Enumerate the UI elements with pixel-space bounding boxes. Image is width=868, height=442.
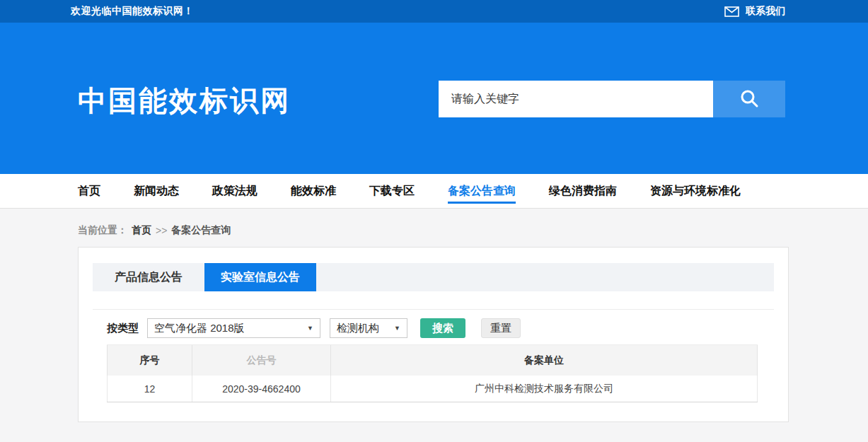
- tab-lab-info[interactable]: 实验室信息公告: [204, 263, 316, 291]
- nav-item-record-query[interactable]: 备案公告查询: [448, 174, 516, 208]
- query-panel: 产品信息公告 实验室信息公告 按类型 空气净化器 2018版 ▼ 检测机构 ▼ …: [78, 247, 789, 422]
- table-row: 12 2020-39-4662400 广州中科检测技术服务有限公司: [107, 376, 758, 402]
- search-input[interactable]: [439, 81, 713, 117]
- header-announcement-no: 公告号: [192, 345, 330, 376]
- nav-item-downloads[interactable]: 下载专区: [369, 174, 415, 208]
- search-button[interactable]: [713, 81, 785, 117]
- cell-serial: 12: [107, 376, 192, 402]
- tab-product-info[interactable]: 产品信息公告: [93, 263, 204, 291]
- welcome-text: 欢迎光临中国能效标识网！: [71, 5, 194, 18]
- topbar: 欢迎光临中国能效标识网！ 联系我们: [0, 0, 868, 23]
- org-select[interactable]: 检测机构 ▼: [330, 318, 407, 338]
- nav-item-home[interactable]: 首页: [78, 174, 100, 208]
- filter-row: 按类型 空气净化器 2018版 ▼ 检测机构 ▼ 搜索 重置: [107, 318, 774, 338]
- chevron-down-icon: ▼: [307, 325, 313, 332]
- tab-bar: 产品信息公告 实验室信息公告: [93, 263, 774, 291]
- chevron-down-icon: ▼: [394, 325, 400, 332]
- envelope-icon: [724, 6, 739, 17]
- type-select[interactable]: 空气净化器 2018版 ▼: [147, 318, 320, 338]
- org-select-value: 检测机构: [337, 322, 379, 335]
- site-header: 中国能效标识网: [0, 23, 868, 174]
- cell-announcement-no: 2020-39-4662400: [192, 376, 330, 402]
- breadcrumb-separator: >>: [156, 225, 167, 236]
- cell-record-unit: 广州中科检测技术服务有限公司: [330, 376, 758, 402]
- nav-item-resources-env[interactable]: 资源与环境标准化: [650, 174, 741, 208]
- table-header-row: 序号 公告号 备案单位: [107, 344, 758, 376]
- nav-item-standards[interactable]: 能效标准: [291, 174, 336, 208]
- main-nav: 首页 新闻动态 政策法规 能效标准 下载专区 备案公告查询 绿色消费指南 资源与…: [0, 174, 868, 209]
- header-record-unit: 备案单位: [330, 345, 758, 376]
- filter-type-label: 按类型: [107, 322, 139, 335]
- breadcrumb-current: 备案公告查询: [171, 224, 231, 237]
- contact-us-link[interactable]: 联系我们: [724, 5, 785, 18]
- results-table: 序号 公告号 备案单位 12 2020-39-4662400 广州中科检测技术服…: [107, 344, 758, 402]
- nav-item-policy[interactable]: 政策法规: [212, 174, 257, 208]
- site-logo[interactable]: 中国能效标识网: [78, 81, 291, 120]
- header-serial: 序号: [107, 345, 192, 376]
- breadcrumb-home-link[interactable]: 首页: [132, 224, 151, 237]
- search-box: [439, 81, 785, 117]
- magnifier-icon: [739, 88, 759, 110]
- breadcrumb: 当前位置： 首页 >> 备案公告查询: [0, 209, 868, 237]
- contact-us-label: 联系我们: [746, 5, 785, 18]
- panel-divider: [93, 309, 774, 310]
- nav-item-green-guide[interactable]: 绿色消费指南: [549, 174, 617, 208]
- breadcrumb-prefix: 当前位置：: [78, 224, 127, 237]
- filter-search-button[interactable]: 搜索: [420, 318, 465, 338]
- nav-item-news[interactable]: 新闻动态: [134, 174, 179, 208]
- type-select-value: 空气净化器 2018版: [154, 322, 245, 335]
- filter-reset-button[interactable]: 重置: [481, 318, 521, 338]
